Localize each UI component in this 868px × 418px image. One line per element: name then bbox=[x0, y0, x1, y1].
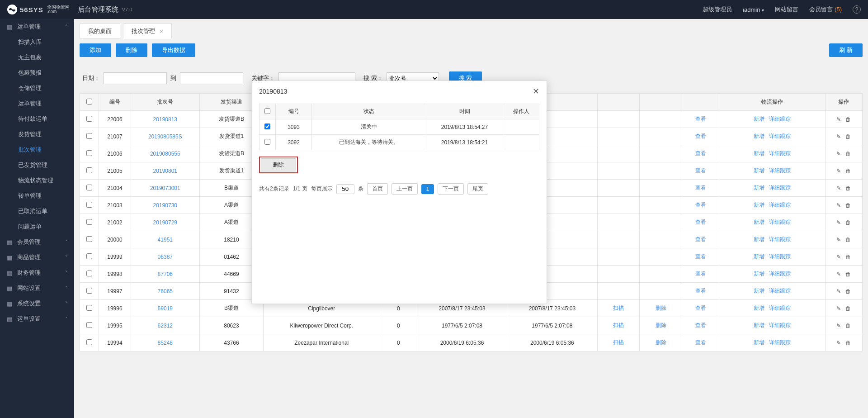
delete-icon[interactable] bbox=[845, 323, 851, 329]
row-checkbox[interactable] bbox=[86, 271, 92, 276]
track-detail-link[interactable]: 详细跟踪 bbox=[769, 304, 791, 312]
view-link[interactable]: 查看 bbox=[695, 167, 706, 174]
add-track-link[interactable]: 新增 bbox=[754, 339, 764, 347]
add-track-link[interactable]: 新增 bbox=[754, 322, 764, 329]
row-checkbox[interactable] bbox=[86, 185, 92, 190]
view-link[interactable]: 查看 bbox=[695, 219, 706, 225]
track-detail-link[interactable]: 详细跟踪 bbox=[769, 115, 791, 123]
batch-link[interactable]: 69019 bbox=[158, 305, 173, 312]
batch-link[interactable]: 20190801 bbox=[153, 168, 177, 174]
track-detail-link[interactable]: 详细跟踪 bbox=[769, 236, 791, 243]
sidebar-item[interactable]: ▦财务管理˅ bbox=[0, 265, 74, 280]
edit-icon[interactable] bbox=[836, 323, 841, 329]
add-track-link[interactable]: 新增 bbox=[754, 236, 764, 243]
modal-row-checkbox[interactable] bbox=[264, 124, 270, 129]
scan-link[interactable]: 扫描 bbox=[613, 305, 624, 311]
edit-icon[interactable] bbox=[836, 116, 841, 123]
batch-link[interactable]: 2019080555 bbox=[150, 151, 180, 157]
pager-perpage-input[interactable] bbox=[336, 184, 354, 194]
batch-link[interactable]: 76065 bbox=[158, 288, 173, 294]
row-checkbox[interactable] bbox=[86, 322, 92, 328]
add-button[interactable]: 添加 bbox=[80, 43, 111, 57]
row-checkbox[interactable] bbox=[86, 202, 92, 208]
delete-icon[interactable] bbox=[845, 288, 851, 294]
pager-first[interactable]: 首页 bbox=[367, 183, 388, 195]
sidebar-subitem[interactable]: 批次管理 bbox=[0, 142, 74, 157]
row-checkbox[interactable] bbox=[86, 236, 92, 242]
tab[interactable]: 我的桌面 bbox=[80, 24, 120, 39]
sidebar-item[interactable]: ▦会员管理˅ bbox=[0, 234, 74, 250]
batch-link[interactable]: 06387 bbox=[158, 254, 173, 260]
sidebar-subitem[interactable]: 包裹预报 bbox=[0, 65, 74, 81]
add-track-link[interactable]: 新增 bbox=[754, 218, 764, 226]
edit-icon[interactable] bbox=[836, 340, 841, 346]
sidebar-item[interactable]: ▦运单管理˄ bbox=[0, 19, 74, 34]
batch-link[interactable]: 20190813 bbox=[153, 116, 177, 123]
add-track-link[interactable]: 新增 bbox=[754, 304, 764, 312]
edit-icon[interactable] bbox=[836, 219, 841, 226]
batch-link[interactable]: 85248 bbox=[158, 340, 173, 346]
delete-icon[interactable] bbox=[845, 133, 851, 140]
row-checkbox[interactable] bbox=[86, 288, 92, 294]
view-link[interactable]: 查看 bbox=[695, 185, 706, 191]
row-delete-link[interactable]: 删除 bbox=[656, 322, 666, 328]
date-to-input[interactable] bbox=[180, 72, 243, 84]
delete-icon[interactable] bbox=[845, 219, 851, 226]
select-all-checkbox[interactable] bbox=[86, 99, 92, 104]
batch-link[interactable]: 62312 bbox=[158, 323, 173, 329]
edit-icon[interactable] bbox=[836, 305, 841, 312]
delete-icon[interactable] bbox=[845, 340, 851, 346]
edit-icon[interactable] bbox=[836, 168, 841, 174]
edit-icon[interactable] bbox=[836, 151, 841, 157]
date-from-input[interactable] bbox=[104, 72, 167, 84]
view-link[interactable]: 查看 bbox=[695, 253, 706, 260]
edit-icon[interactable] bbox=[836, 271, 841, 277]
delete-button[interactable]: 删除 bbox=[116, 43, 147, 57]
add-track-link[interactable]: 新增 bbox=[754, 253, 764, 261]
add-track-link[interactable]: 新增 bbox=[754, 270, 764, 278]
scan-link[interactable]: 扫描 bbox=[613, 339, 624, 346]
row-checkbox[interactable] bbox=[86, 305, 92, 311]
view-link[interactable]: 查看 bbox=[695, 339, 706, 346]
batch-link[interactable]: 41951 bbox=[158, 237, 173, 243]
edit-icon[interactable] bbox=[836, 288, 841, 294]
pager-next[interactable]: 下一页 bbox=[438, 183, 464, 195]
sidebar-subitem[interactable]: 已取消运单 bbox=[0, 204, 74, 219]
view-link[interactable]: 查看 bbox=[695, 271, 706, 277]
batch-link[interactable]: 2019080585S bbox=[148, 133, 182, 140]
view-link[interactable]: 查看 bbox=[695, 305, 706, 311]
add-track-link[interactable]: 新增 bbox=[754, 115, 764, 123]
pager-last[interactable]: 尾页 bbox=[467, 183, 488, 195]
sidebar-item[interactable]: ▦网站设置˅ bbox=[0, 280, 74, 296]
sidebar-item[interactable]: ▦商品管理˅ bbox=[0, 250, 74, 265]
modal-delete-button[interactable]: 删除 bbox=[261, 158, 296, 171]
track-detail-link[interactable]: 详细跟踪 bbox=[769, 150, 791, 157]
refresh-button[interactable]: 刷 新 bbox=[829, 43, 863, 57]
row-checkbox[interactable] bbox=[86, 339, 92, 345]
pager-prev[interactable]: 上一页 bbox=[392, 183, 418, 195]
edit-icon[interactable] bbox=[836, 237, 841, 243]
track-detail-link[interactable]: 详细跟踪 bbox=[769, 270, 791, 278]
help-icon[interactable]: ? bbox=[853, 5, 861, 14]
delete-icon[interactable] bbox=[845, 151, 851, 157]
export-button[interactable]: 导出数据 bbox=[152, 43, 195, 57]
sidebar-subitem[interactable]: 运单管理 bbox=[0, 96, 74, 111]
delete-icon[interactable] bbox=[845, 237, 851, 243]
edit-icon[interactable] bbox=[836, 254, 841, 260]
row-checkbox[interactable] bbox=[86, 150, 92, 156]
sidebar-subitem[interactable]: 待付款运单 bbox=[0, 111, 74, 127]
delete-icon[interactable] bbox=[845, 271, 851, 277]
view-link[interactable]: 查看 bbox=[695, 133, 706, 139]
scan-link[interactable]: 扫描 bbox=[613, 322, 624, 328]
track-detail-link[interactable]: 详细跟踪 bbox=[769, 322, 791, 329]
track-detail-link[interactable]: 详细跟踪 bbox=[769, 201, 791, 209]
track-detail-link[interactable]: 详细跟踪 bbox=[769, 133, 791, 140]
add-track-link[interactable]: 新增 bbox=[754, 150, 764, 157]
track-detail-link[interactable]: 详细跟踪 bbox=[769, 184, 791, 192]
tab[interactable]: 批次管理× bbox=[123, 24, 172, 39]
modal-row-checkbox[interactable] bbox=[264, 139, 270, 145]
track-detail-link[interactable]: 详细跟踪 bbox=[769, 253, 791, 261]
sidebar-subitem[interactable]: 发货管理 bbox=[0, 127, 74, 142]
view-link[interactable]: 查看 bbox=[695, 236, 706, 242]
delete-icon[interactable] bbox=[845, 202, 851, 209]
